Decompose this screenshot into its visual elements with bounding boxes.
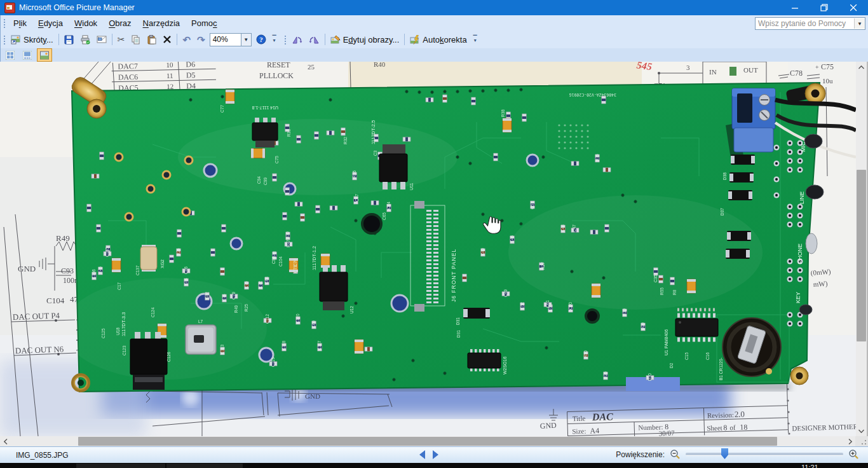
help-button[interactable]: ? (253, 32, 269, 46)
silkscreen-label: C123 (122, 345, 126, 355)
chevron-down-icon[interactable]: ▼ (241, 33, 252, 46)
silkscreen-label: C77 (220, 105, 224, 113)
schem-out: OUT (743, 66, 758, 74)
schem-n12: 12 (166, 83, 173, 90)
next-picture-button[interactable] (433, 450, 438, 459)
title-bar: Microsoft Office Picture Manager (0, 0, 868, 15)
help-search-box[interactable]: Wpisz pytanie do Pomocy ▼ (755, 17, 865, 30)
schem-d6: D6 (186, 62, 195, 69)
redo-button[interactable]: ↷ (194, 34, 208, 46)
silkscreen-label: C117 (317, 341, 322, 350)
horizontal-scrollbar[interactable] (0, 436, 868, 446)
filmstrip-view-button[interactable] (20, 48, 35, 62)
silkscreen-d38: D38 (722, 172, 727, 180)
menu-item-plik[interactable]: Plik (8, 17, 32, 30)
cut-button[interactable]: ✂ (114, 32, 128, 46)
taskbar-segment[interactable] (76, 464, 165, 468)
zoom-combobox[interactable]: 40% ▼ (210, 33, 252, 46)
zoom-in-icon[interactable] (848, 449, 859, 460)
horizontal-scroll-thumb[interactable] (78, 437, 777, 446)
silkscreen-w2: W2SO16 (503, 356, 507, 375)
shortcuts-button[interactable]: Skróty... (8, 33, 57, 46)
schem-gnd3: GND (539, 421, 557, 430)
toolbar-options-button[interactable]: ▔▾ (271, 33, 278, 46)
silkscreen-label: C17 (117, 282, 121, 290)
silkscreen-label: C124 (151, 307, 155, 317)
minimize-button[interactable] (780, 0, 810, 15)
schem-r40: R40 (374, 62, 386, 68)
schem-dac-out-p: DAC OUT P4 (13, 310, 60, 322)
schem-c78: C78 (790, 69, 803, 78)
rotate-right-button[interactable] (306, 33, 323, 46)
photo-view[interactable]: DAC7 DAC6 DAC5 10 11 12 D6 D5 D4 RESET P… (0, 62, 856, 436)
vertical-scroll-thumb[interactable] (857, 170, 866, 341)
menu-item-edycja[interactable]: Edycja (32, 17, 69, 30)
view-mode-bar (0, 48, 868, 62)
previous-picture-button[interactable] (419, 450, 425, 459)
resize-grip[interactable] (855, 436, 868, 446)
menu-item-pomoc[interactable]: Pomoc (186, 17, 222, 30)
chevron-down-icon[interactable]: ▼ (854, 18, 865, 29)
print-button[interactable] (77, 33, 93, 46)
toolbar-grip-2[interactable] (283, 34, 287, 45)
picture-canvas: DAC7 DAC6 DAC5 10 11 12 D6 D5 D4 RESET P… (0, 62, 868, 436)
silkscreen-label: C113 (220, 345, 224, 354)
silkscreen-label: C82 (205, 292, 209, 299)
separator (177, 34, 177, 45)
paste-button[interactable] (144, 33, 159, 46)
menubar-grip[interactable] (3, 18, 6, 28)
schem-plllock: PLLLOCK (259, 71, 294, 80)
silkscreen-label: C40 (480, 248, 485, 256)
silkscreen-label: R55 (660, 287, 664, 295)
diode-d31 (463, 308, 490, 319)
help-icon: ? (256, 34, 266, 45)
restore-icon (820, 4, 828, 11)
separator (325, 34, 325, 45)
scroll-down-button[interactable] (856, 425, 867, 436)
silkscreen-label: C49 (503, 289, 508, 297)
menu-item-narzędzia[interactable]: Narzędzia (137, 17, 186, 30)
silkscreen-key: KEY (795, 292, 801, 303)
copy-icon (131, 35, 140, 45)
scroll-right-button[interactable] (844, 436, 855, 446)
edit-pictures-button[interactable]: Edytuj obrazy... (327, 33, 403, 46)
schem-size: A4 (590, 426, 599, 435)
silkscreen-label: C35 (653, 275, 658, 282)
thumbnail-view-button[interactable] (3, 48, 18, 62)
schem-revision: 2.0 (735, 410, 745, 419)
undo-button[interactable]: ↶ (179, 34, 194, 46)
silkscreen-u14: U14 1117-1.8 (252, 106, 278, 110)
zoom-out-icon[interactable] (670, 449, 681, 460)
silkscreen-label: R48 (272, 251, 276, 259)
zoom-slider[interactable] (686, 453, 843, 456)
single-picture-view-button[interactable] (37, 48, 52, 62)
scroll-left-button[interactable] (0, 436, 11, 446)
save-button[interactable] (61, 33, 77, 46)
schem-of: of (729, 423, 736, 431)
delete-button[interactable] (159, 33, 175, 46)
autocorrect-button[interactable]: Autokorekta (407, 33, 470, 46)
close-button[interactable] (839, 0, 868, 15)
toolbar-grip[interactable] (3, 34, 6, 45)
silkscreen-reg12: 1117DT-1.2 (311, 246, 317, 270)
zoom-slider-thumb[interactable] (721, 448, 728, 459)
app-window: Microsoft Office Picture Manager PlikEdy (0, 0, 868, 468)
mail-button[interactable] (93, 33, 110, 46)
taskbar-segment[interactable] (166, 464, 243, 468)
silkscreen-label: C118 (281, 341, 286, 350)
vertical-scrollbar[interactable] (856, 62, 867, 436)
inductor-l7 (186, 325, 216, 354)
schem-title-label: Title (573, 415, 586, 423)
autocorrect-icon (410, 35, 420, 45)
menu-item-widok[interactable]: Widok (69, 17, 103, 30)
restore-button[interactable] (810, 0, 839, 15)
scroll-up-button[interactable] (856, 62, 867, 72)
copy-button[interactable] (128, 33, 144, 46)
toolbar-options-button-2[interactable]: ▔▾ (471, 33, 479, 46)
rotate-left-button[interactable] (288, 33, 306, 46)
silkscreen-label: C75 (275, 156, 279, 163)
menu-item-obraz[interactable]: Obraz (103, 17, 137, 30)
redo-icon: ↷ (197, 36, 205, 44)
silkscreen-label: C16 (705, 352, 710, 360)
zoom-value[interactable]: 40% (210, 33, 241, 46)
